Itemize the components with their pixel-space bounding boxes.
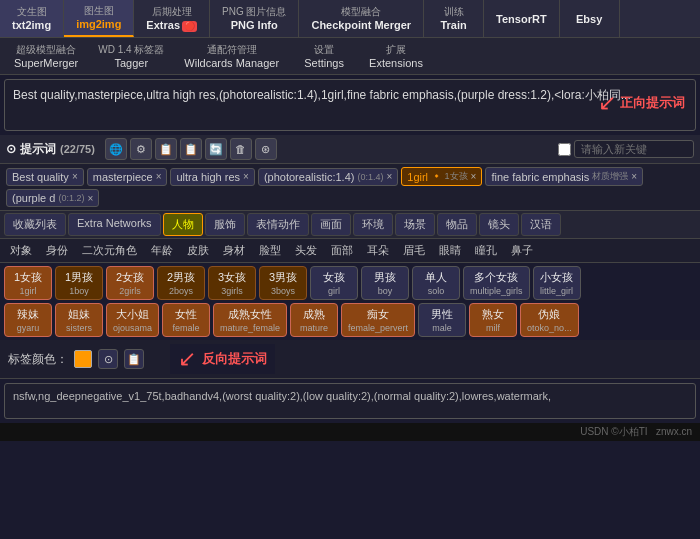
char-btn-sub: otoko_no... xyxy=(527,323,572,333)
secondnav-item-extensions[interactable]: 扩展 Extensions xyxy=(359,40,433,72)
cat-tab-2[interactable]: 人物 xyxy=(163,213,203,236)
toolbar-icon-6[interactable]: ⊛ xyxy=(255,138,277,160)
btn-row1-btn-8[interactable]: 单人 solo xyxy=(412,266,460,300)
tag-item-5[interactable]: fine fabric emphasis 材质增强 × xyxy=(485,167,643,186)
positive-prompt-text: Best quality,masterpiece,ultra high res,… xyxy=(13,88,631,102)
btn-row2-btn-9[interactable]: 伪娘 otoko_no... xyxy=(520,303,579,337)
btn-row1-btn-9[interactable]: 多个女孩 multiple_girls xyxy=(463,266,530,300)
negative-prompt-text: nsfw,ng_deepnegative_v1_75t,badhandv4,(w… xyxy=(13,390,551,402)
btn-row1-btn-0[interactable]: 1女孩 1girl xyxy=(4,266,52,300)
tag-close-icon[interactable]: × xyxy=(156,171,162,182)
btn-row1-btn-1[interactable]: 1男孩 1boy xyxy=(55,266,103,300)
char-btn-sub: 2boys xyxy=(169,286,193,296)
topnav-item-img2img[interactable]: 图生图 img2img xyxy=(64,0,134,37)
subcat-tab-6[interactable]: 脸型 xyxy=(253,241,287,260)
char-btn-sub: solo xyxy=(428,286,445,296)
tag-close-icon[interactable]: × xyxy=(386,171,392,182)
positive-prompt-area[interactable]: Best quality,masterpiece,ultra high res,… xyxy=(4,79,696,131)
tag-close-icon[interactable]: × xyxy=(87,193,93,204)
subcat-tab-5[interactable]: 身材 xyxy=(217,241,251,260)
tag-item-3[interactable]: (photorealistic:1.4) (0:1.4) × xyxy=(258,168,398,186)
topnav-item-ebsy[interactable]: Ebsy xyxy=(560,0,620,37)
topnav-item-txt2img[interactable]: 文生图 txt2img xyxy=(0,0,64,37)
subcat-tab-11[interactable]: 眼睛 xyxy=(433,241,467,260)
cat-tab-7[interactable]: 场景 xyxy=(395,213,435,236)
toolbar-icon-1[interactable]: ⚙ xyxy=(130,138,152,160)
color-copy-icon[interactable]: 📋 xyxy=(124,349,144,369)
topnav-item-pnginfo[interactable]: PNG 图片信息 PNG Info xyxy=(210,0,299,37)
color-swatch[interactable] xyxy=(74,350,92,368)
toolbar-icon-2[interactable]: 📋 xyxy=(155,138,177,160)
cat-tab-1[interactable]: Extra Networks xyxy=(68,213,161,236)
subcat-tab-1[interactable]: 身份 xyxy=(40,241,74,260)
tag-item-1[interactable]: masterpiece × xyxy=(87,168,168,186)
btn-row2-btn-5[interactable]: 成熟 mature xyxy=(290,303,338,337)
keyword-checkbox[interactable] xyxy=(558,143,571,156)
topnav-item-checkpoint[interactable]: 模型融合 Checkpoint Merger xyxy=(299,0,424,37)
tag-close-icon[interactable]: × xyxy=(243,171,249,182)
subcat-tab-3[interactable]: 年龄 xyxy=(145,241,179,260)
checkbox-wrap[interactable] xyxy=(558,140,694,158)
tag-close-icon[interactable]: × xyxy=(72,171,78,182)
btn-row1-btn-2[interactable]: 2女孩 2girls xyxy=(106,266,154,300)
tag-item-0[interactable]: Best quality × xyxy=(6,168,84,186)
subcat-tab-7[interactable]: 头发 xyxy=(289,241,323,260)
cat-tab-10[interactable]: 汉语 xyxy=(521,213,561,236)
btn-row2-btn-7[interactable]: 男性 male xyxy=(418,303,466,337)
subcat-tab-10[interactable]: 眉毛 xyxy=(397,241,431,260)
subcat-tab-4[interactable]: 皮肤 xyxy=(181,241,215,260)
keyword-input[interactable] xyxy=(574,140,694,158)
btn-row2-btn-3[interactable]: 女性 female xyxy=(162,303,210,337)
tag-close-icon[interactable]: × xyxy=(631,171,637,182)
btn-row1-btn-3[interactable]: 2男孩 2boys xyxy=(157,266,205,300)
subcat-tab-8[interactable]: 面部 xyxy=(325,241,359,260)
tag-color-label: 标签颜色： xyxy=(8,351,68,368)
subcat-tab-12[interactable]: 瞳孔 xyxy=(469,241,503,260)
btn-row2-btn-1[interactable]: 姐妹 sisters xyxy=(55,303,103,337)
btn-row1-btn-4[interactable]: 3女孩 3girls xyxy=(208,266,256,300)
btn-row1-btn-10[interactable]: 小女孩 little_girl xyxy=(533,266,581,300)
tag-close-icon[interactable]: × xyxy=(471,171,477,182)
char-btn-label: 3男孩 xyxy=(269,270,297,285)
cat-tab-3[interactable]: 服饰 xyxy=(205,213,245,236)
char-btn-sub: mature_female xyxy=(220,323,280,333)
toolbar-icon-3[interactable]: 📋 xyxy=(180,138,202,160)
char-btn-label: 多个女孩 xyxy=(474,270,518,285)
secondnav-item-settings[interactable]: 设置 Settings xyxy=(289,40,359,72)
tag-item-6[interactable]: (purple d (0:1.2) × xyxy=(6,189,99,207)
color-picker-icon[interactable]: ⊙ xyxy=(98,349,118,369)
toolbar-icon-0[interactable]: 🌐 xyxy=(105,138,127,160)
btn-row1-btn-5[interactable]: 3男孩 3boys xyxy=(259,266,307,300)
topnav-item-train[interactable]: 训练 Train xyxy=(424,0,484,37)
cat-tab-6[interactable]: 环境 xyxy=(353,213,393,236)
btn-row2-btn-4[interactable]: 成熟女性 mature_female xyxy=(213,303,287,337)
cat-tab-8[interactable]: 物品 xyxy=(437,213,477,236)
char-btn-sub: boy xyxy=(378,286,393,296)
subcat-tab-0[interactable]: 对象 xyxy=(4,241,38,260)
subcat-tab-13[interactable]: 鼻子 xyxy=(505,241,539,260)
cat-tab-0[interactable]: 收藏列表 xyxy=(4,213,66,236)
toolbar-icon-5[interactable]: 🗑 xyxy=(230,138,252,160)
cat-tab-9[interactable]: 镜头 xyxy=(479,213,519,236)
subcat-tab-2[interactable]: 二次元角色 xyxy=(76,241,143,260)
topnav-item-tensorrt[interactable]: TensorRT xyxy=(484,0,560,37)
cat-tab-4[interactable]: 表情动作 xyxy=(247,213,309,236)
tag-item-4[interactable]: 1girl 🔸 1女孩 × xyxy=(401,167,482,186)
negative-prompt-area[interactable]: nsfw,ng_deepnegative_v1_75t,badhandv4,(w… xyxy=(4,383,696,419)
tag-item-2[interactable]: ultra high res × xyxy=(170,168,254,186)
subcat-tab-9[interactable]: 耳朵 xyxy=(361,241,395,260)
arrow-down-icon: ↙ xyxy=(598,86,616,119)
btn-row1-btn-7[interactable]: 男孩 boy xyxy=(361,266,409,300)
cat-tab-5[interactable]: 画面 xyxy=(311,213,351,236)
btn-row2-btn-0[interactable]: 辣妹 gyaru xyxy=(4,303,52,337)
btn-row1-btn-6[interactable]: 女孩 girl xyxy=(310,266,358,300)
secondnav-item-supermerger[interactable]: 超级模型融合 SuperMerger xyxy=(4,40,88,72)
btn-row2-btn-8[interactable]: 熟女 milf xyxy=(469,303,517,337)
char-btn-sub: 1boy xyxy=(69,286,89,296)
secondnav-item-tagger[interactable]: WD 1.4 标签器 Tagger xyxy=(88,40,174,72)
btn-row2-btn-6[interactable]: 痴女 female_pervert xyxy=(341,303,415,337)
secondnav-item-wildcards[interactable]: 通配符管理 Wildcards Manager xyxy=(174,40,289,72)
toolbar-icon-4[interactable]: 🔄 xyxy=(205,138,227,160)
btn-row2-btn-2[interactable]: 大小姐 ojousama xyxy=(106,303,159,337)
topnav-item-extras[interactable]: 后期处理 Extras🔴 xyxy=(134,0,210,37)
